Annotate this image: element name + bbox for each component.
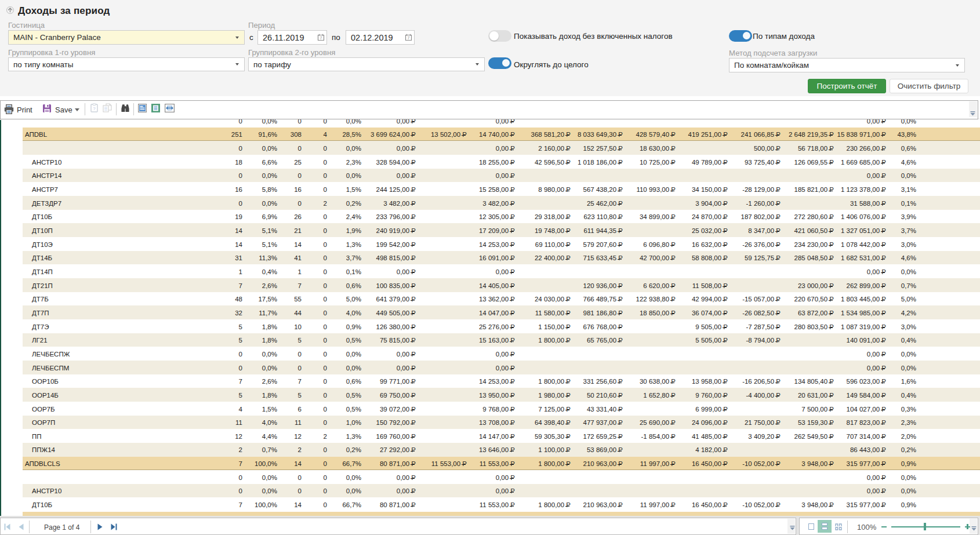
svg-text:7: 7 bbox=[408, 36, 410, 40]
svg-text:?: ? bbox=[93, 106, 96, 111]
svg-text:7: 7 bbox=[320, 36, 322, 40]
